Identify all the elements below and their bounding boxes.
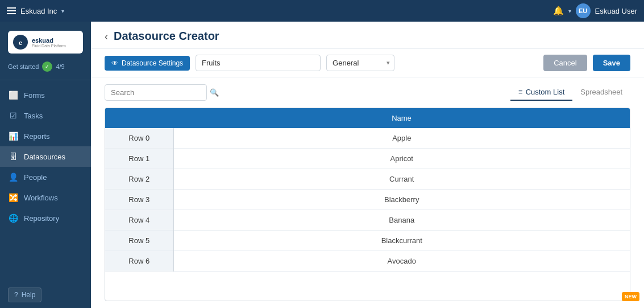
row-name: Currant <box>173 169 630 190</box>
topbar-right: 🔔 ▾ EU Eskuad User <box>553 3 637 18</box>
sidebar-label-reports: Reports <box>24 132 50 141</box>
sidebar-item-datasources[interactable]: 🗄 Datasources <box>0 146 91 167</box>
row-name: Apple <box>173 128 630 149</box>
main-content: ‹ Datasource Creator 👁 Datasource Settin… <box>91 22 644 308</box>
workflows-icon: 🔀 <box>8 192 18 203</box>
eskuad-logo-icon: e <box>13 34 28 50</box>
sidebar-label-workflows: Workflows <box>24 194 58 202</box>
search-input[interactable] <box>111 88 206 97</box>
col-row-header <box>105 108 173 128</box>
view-tabs: ≡ Custom List Spreadsheet <box>510 84 630 101</box>
table-header: Name <box>105 108 630 128</box>
user-name: Eskuad User <box>595 7 637 15</box>
help-button[interactable]: ? Help <box>8 288 41 302</box>
search-box[interactable]: 🔍 <box>105 84 207 101</box>
datasource-name-input[interactable] <box>196 55 321 71</box>
avatar: EU <box>576 3 591 18</box>
page-header: ‹ Datasource Creator <box>91 22 644 49</box>
row-name: Blackberry <box>173 190 630 210</box>
progress-badge: ✓ <box>42 61 52 72</box>
get-started-bar[interactable]: Get started ✓ 4/9 <box>8 59 83 74</box>
table-row[interactable]: Row 6 Avocado <box>105 251 630 272</box>
sidebar-item-reports[interactable]: 📊 Reports <box>0 126 91 146</box>
sidebar-item-forms[interactable]: ⬜ Forms <box>0 85 91 105</box>
settings-btn-label: Datasource Settings <box>122 59 183 67</box>
row-label: Row 0 <box>105 128 173 149</box>
company-chevron-icon[interactable]: ▾ <box>61 8 64 14</box>
tab-spreadsheet[interactable]: Spreadsheet <box>572 84 630 101</box>
logo-text: eskuad <box>32 37 66 44</box>
company-name: Eskuad Inc <box>20 7 57 15</box>
sidebar: e eskuad Fluid Data Platform Get started… <box>0 22 91 308</box>
table-row[interactable]: Row 0 Apple <box>105 128 630 149</box>
type-select[interactable]: General Custom <box>326 55 394 71</box>
row-name: Avocado <box>173 251 630 272</box>
row-label: Row 2 <box>105 169 173 190</box>
topbar-left: Eskuad Inc ▾ <box>7 7 64 15</box>
sidebar-item-repository[interactable]: 🌐 Repository <box>0 208 91 228</box>
row-label: Row 6 <box>105 251 173 272</box>
svg-text:e: e <box>19 39 22 46</box>
back-button[interactable]: ‹ <box>105 31 108 42</box>
save-button[interactable]: Save <box>593 55 630 71</box>
table-body: Row 0 Apple Row 1 Apricot Row 2 Currant … <box>105 128 630 272</box>
bell-icon[interactable]: 🔔 <box>553 6 564 16</box>
sidebar-label-datasources: Datasources <box>24 153 65 161</box>
toolbar: 👁 Datasource Settings General Custom ▾ C… <box>91 49 644 77</box>
settings-eye-icon: 👁 <box>111 59 118 67</box>
col-name-header: Name <box>173 108 630 128</box>
logo-box: e eskuad Fluid Data Platform <box>8 31 83 54</box>
type-select-wrapper: General Custom ▾ <box>326 55 394 71</box>
layout: e eskuad Fluid Data Platform Get started… <box>0 22 644 308</box>
sidebar-footer: ? Help <box>0 282 91 308</box>
nav-items: ⬜ Forms ☑ Tasks 📊 Reports 🗄 Datasources … <box>0 80 91 282</box>
forms-icon: ⬜ <box>8 90 18 100</box>
new-badge: NEW <box>622 292 639 301</box>
table: Name Row 0 Apple Row 1 Apricot Row 2 Cur… <box>105 108 630 272</box>
bell-chevron-icon: ▾ <box>568 8 571 14</box>
view-controls: 🔍 ≡ Custom List Spreadsheet <box>105 84 630 101</box>
table-row[interactable]: Row 4 Banana <box>105 210 630 231</box>
data-table: Name Row 0 Apple Row 1 Apricot Row 2 Cur… <box>105 108 630 301</box>
progress-value: 4/9 <box>56 63 64 70</box>
custom-list-icon: ≡ <box>518 88 523 96</box>
tab-spreadsheet-label: Spreadsheet <box>580 88 622 96</box>
logo-area: e eskuad Fluid Data Platform Get started… <box>0 22 91 80</box>
content-area: 🔍 ≡ Custom List Spreadsheet <box>91 77 644 308</box>
row-name: Blackcurrant <box>173 231 630 251</box>
table-row[interactable]: Row 1 Apricot <box>105 149 630 169</box>
help-icon: ? <box>14 291 18 299</box>
get-started-label: Get started <box>8 63 39 70</box>
table-row[interactable]: Row 5 Blackcurrant <box>105 231 630 251</box>
search-icon: 🔍 <box>210 88 219 97</box>
table-row[interactable]: Row 3 Blackberry <box>105 190 630 210</box>
logo-subtext: Fluid Data Platform <box>32 44 66 48</box>
table-row[interactable]: Row 2 Currant <box>105 169 630 190</box>
datasource-settings-button[interactable]: 👁 Datasource Settings <box>105 56 190 71</box>
row-name: Banana <box>173 210 630 231</box>
datasources-icon: 🗄 <box>8 151 18 162</box>
row-label: Row 3 <box>105 190 173 210</box>
tasks-icon: ☑ <box>8 110 18 121</box>
page-title: Datasource Creator <box>114 30 219 43</box>
reports-icon: 📊 <box>8 131 18 141</box>
sidebar-item-tasks[interactable]: ☑ Tasks <box>0 105 91 126</box>
row-name: Apricot <box>173 149 630 169</box>
hamburger-menu[interactable] <box>7 7 16 14</box>
cancel-button[interactable]: Cancel <box>543 55 587 71</box>
tab-custom-list-label: Custom List <box>526 88 565 96</box>
row-label: Row 5 <box>105 231 173 251</box>
sidebar-label-forms: Forms <box>24 91 45 100</box>
sidebar-item-workflows[interactable]: 🔀 Workflows <box>0 187 91 208</box>
sidebar-label-repository: Repository <box>24 214 59 223</box>
row-label: Row 4 <box>105 210 173 231</box>
repository-icon: 🌐 <box>8 213 18 223</box>
people-icon: 👤 <box>8 172 18 182</box>
topbar: Eskuad Inc ▾ 🔔 ▾ EU Eskuad User <box>0 0 644 22</box>
sidebar-item-people[interactable]: 👤 People <box>0 167 91 187</box>
tab-custom-list[interactable]: ≡ Custom List <box>510 84 572 101</box>
row-label: Row 1 <box>105 149 173 169</box>
sidebar-label-tasks: Tasks <box>24 112 43 120</box>
sidebar-label-people: People <box>24 173 47 182</box>
help-label: Help <box>22 291 36 299</box>
